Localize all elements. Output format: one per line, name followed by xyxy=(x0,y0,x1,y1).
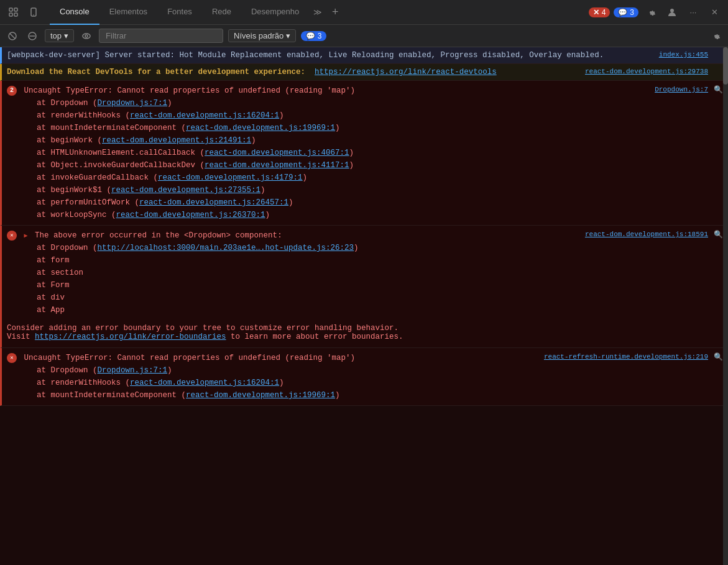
error-main-text-3: Uncaught TypeError: Cannot read properti… xyxy=(24,354,356,362)
log-levels-button[interactable]: Níveis padrão ▾ xyxy=(228,29,296,42)
error-source-link-1[interactable]: Dropdown.js:7 xyxy=(655,85,708,96)
tab-console[interactable]: Console xyxy=(50,0,99,25)
svg-rect-2 xyxy=(14,8,17,11)
warn-source-link[interactable]: react-dom.development.js:29738 xyxy=(585,68,708,75)
profile-icon[interactable] xyxy=(663,4,681,21)
main-tabs: Console Elementos Fontes Rede Desempenho… xyxy=(50,0,589,25)
stack-line: at div xyxy=(37,292,723,304)
more-tabs-icon[interactable]: ≫ xyxy=(309,4,326,21)
error-count-badge[interactable]: ✕ 4 xyxy=(589,7,611,17)
tab-desempenho[interactable]: Desempenho xyxy=(241,0,309,25)
svg-rect-1 xyxy=(9,13,12,16)
error-boundaries-link[interactable]: https://reactjs.org/link/error-boundarie… xyxy=(35,333,226,341)
error-source-link-2[interactable]: react-dom.development.js:18591 xyxy=(585,229,708,241)
stack-link[interactable]: react-dom.development.js:4067:1 xyxy=(205,149,349,157)
stack-trace-3: at Dropdown (Dropdown.js:7:1) at renderW… xyxy=(37,364,723,402)
devtools-text: Download the React DevTools for a better… xyxy=(7,68,315,76)
error-boundary-hint: Consider adding an error boundary to you… xyxy=(7,321,723,344)
info-count-badge[interactable]: 💬 3 xyxy=(614,7,638,17)
devtools-icons xyxy=(5,4,42,21)
error-message-2: ✕ ▶ The above error occurred in the <Dro… xyxy=(0,226,728,348)
console-settings-icon[interactable] xyxy=(708,29,723,44)
settings-gear-icon[interactable] xyxy=(642,4,660,21)
levels-chevron-icon: ▾ xyxy=(286,31,290,40)
console-content: [webpack-dev-server] Server started: Hot… xyxy=(0,47,728,565)
error-badge-icon: 2 xyxy=(7,86,17,96)
filter-input[interactable] xyxy=(99,29,223,43)
stack-line: at beginWork$1 (react-dom.development.js… xyxy=(37,184,723,196)
stack-link[interactable]: react-dom.development.js:26457:1 xyxy=(139,198,288,207)
stack-trace-1: at Dropdown (Dropdown.js:7:1) at renderW… xyxy=(37,97,723,221)
inspect-icon[interactable] xyxy=(5,4,22,21)
svg-line-8 xyxy=(10,34,15,39)
tab-extras: ✕ 4 💬 3 ··· ✕ xyxy=(589,4,723,21)
stack-line: at HTMLUnknownElement.callCallback (reac… xyxy=(37,147,723,159)
stack-link[interactable]: react-dom.development.js:19969:1 xyxy=(186,391,335,400)
clear-console-icon[interactable] xyxy=(5,29,20,44)
log-message-devtools: Download the React DevTools for a better… xyxy=(0,64,728,81)
stack-line: at Object.invokeGuardedCallbackDev (reac… xyxy=(37,159,723,172)
scrollbar-thumb[interactable] xyxy=(723,47,728,85)
stack-link[interactable]: react-dom.development.js:16204:1 xyxy=(130,379,279,387)
stack-link[interactable]: react-dom.development.js:4117:1 xyxy=(205,161,349,170)
scrollbar-track[interactable] xyxy=(723,47,728,565)
eye-icon[interactable] xyxy=(79,29,94,44)
stack-line: at renderWithHooks (react-dom.developmen… xyxy=(37,377,723,389)
error-x-icon-3: ✕ xyxy=(7,353,17,363)
error-message-1: 2 Uncaught TypeError: Cannot read proper… xyxy=(0,81,728,226)
block-icon[interactable] xyxy=(25,29,40,44)
stack-link[interactable]: react-dom.development.js:21491:1 xyxy=(102,136,251,145)
chevron-down-icon: ▾ xyxy=(64,31,68,40)
mobile-icon[interactable] xyxy=(25,4,42,21)
stack-line: at section xyxy=(37,267,723,279)
stack-link[interactable]: react-dom.development.js:27355:1 xyxy=(111,186,260,195)
add-tab-icon[interactable]: + xyxy=(326,4,344,21)
stack-link[interactable]: Dropdown.js:7:1 xyxy=(98,99,168,108)
search-icon-3[interactable]: 🔍 xyxy=(714,352,723,364)
stack-line: at Dropdown (Dropdown.js:7:1) xyxy=(37,97,723,109)
console-toolbar: top ▾ Níveis padrão ▾ 💬 3 xyxy=(0,25,728,47)
svg-point-12 xyxy=(85,35,88,37)
stack-line: at invokeGuardedCallback (react-dom.deve… xyxy=(37,172,723,184)
stack-line: at mountIndeterminateComponent (react-do… xyxy=(37,122,723,134)
stack-line: at mountIndeterminateComponent (react-do… xyxy=(37,389,723,402)
stack-line: at Form xyxy=(37,279,723,292)
message-count-badge[interactable]: 💬 3 xyxy=(301,31,326,41)
stack-line: at renderWithHooks (react-dom.developmen… xyxy=(37,109,723,122)
error-main-line: 2 Uncaught TypeError: Cannot read proper… xyxy=(7,85,723,97)
stack-line: at Dropdown (Dropdown.js:7:1) xyxy=(37,364,723,377)
hint-after: to learn more about error boundaries. xyxy=(226,333,403,341)
search-icon-2[interactable]: 🔍 xyxy=(714,229,723,241)
expand-triangle-icon[interactable]: ▶ xyxy=(24,231,28,241)
stack-line: at performUnitOfWork (react-dom.developm… xyxy=(37,196,723,209)
svg-rect-3 xyxy=(14,13,17,16)
ellipsis-icon[interactable]: ··· xyxy=(684,4,702,21)
error-secondary-main: ✕ ▶ The above error occurred in the <Dro… xyxy=(7,229,723,242)
error-x-icon: ✕ xyxy=(7,231,17,241)
search-icon-1[interactable]: 🔍 xyxy=(714,85,723,96)
error-message-3: ✕ Uncaught TypeError: Cannot read proper… xyxy=(0,348,728,406)
stack-link[interactable]: react-dom.development.js:4179:1 xyxy=(158,173,303,182)
context-selector[interactable]: top ▾ xyxy=(45,29,74,42)
stack-line: at App xyxy=(37,304,723,316)
stack-link[interactable]: http://localhost:3000/main.203ae1e….hot-… xyxy=(98,244,354,252)
stack-trace-2: at Dropdown (http://localhost:3000/main.… xyxy=(37,242,723,316)
stack-link[interactable]: react-dom.development.js:26370:1 xyxy=(116,211,265,219)
tab-fontes[interactable]: Fontes xyxy=(157,0,202,25)
log-message-webpack: [webpack-dev-server] Server started: Hot… xyxy=(0,47,728,64)
msg-source-link[interactable]: index.js:455 xyxy=(659,51,708,58)
stack-line: at Dropdown (http://localhost:3000/main.… xyxy=(37,242,723,254)
stack-link[interactable]: react-dom.development.js:19969:1 xyxy=(186,124,335,132)
close-devtools-icon[interactable]: ✕ xyxy=(706,4,723,21)
tab-rede[interactable]: Rede xyxy=(202,0,241,25)
devtools-link[interactable]: https://reactjs.org/link/react-devtools xyxy=(315,68,497,76)
error-main-line-3: ✕ Uncaught TypeError: Cannot read proper… xyxy=(7,352,723,364)
error-secondary-text: The above error occurred in the <Dropdow… xyxy=(35,231,282,240)
error-main-text: Uncaught TypeError: Cannot read properti… xyxy=(24,86,356,95)
tab-elementos[interactable]: Elementos xyxy=(99,0,157,25)
stack-link[interactable]: Dropdown.js:7:1 xyxy=(98,366,168,375)
stack-line: at workLoopSync (react-dom.development.j… xyxy=(37,209,723,221)
stack-link[interactable]: react-dom.development.js:16204:1 xyxy=(130,111,279,120)
console-wrapper: [webpack-dev-server] Server started: Hot… xyxy=(0,47,728,565)
error-source-link-3[interactable]: react-refresh-runtime.development.js:219 xyxy=(544,352,708,363)
